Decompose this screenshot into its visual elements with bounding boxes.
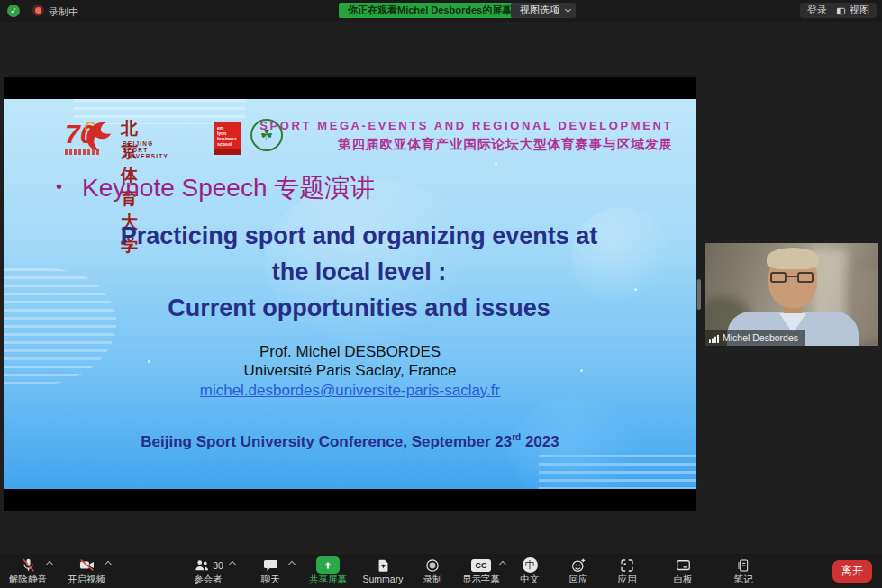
bsu-english-name: BEIJING SPORT UNIVERSITY xyxy=(123,140,168,159)
chat-button[interactable]: 聊天 xyxy=(245,556,296,587)
participants-icon xyxy=(193,557,211,574)
participant-name-tag: Michel Desbordes xyxy=(705,330,805,346)
notes-icon xyxy=(736,557,750,574)
chat-bubble-icon xyxy=(262,557,279,574)
language-button[interactable]: 中 中文 xyxy=(505,556,555,587)
meeting-toolbar: 解除静音 开启视频 30 参会者 xyxy=(0,554,882,588)
participants-options-chevron[interactable] xyxy=(229,561,236,568)
record-icon xyxy=(424,557,441,574)
reaction-smiley-icon xyxy=(570,557,586,574)
whiteboard-icon xyxy=(675,557,692,574)
slide-footer: Beijing Sport University Conference, Sep… xyxy=(4,432,696,451)
camera-off-icon xyxy=(77,556,96,574)
presenter-block: Prof. Michel DESBORDES Université Paris … xyxy=(4,342,696,401)
start-video-button[interactable]: 开启视频 xyxy=(61,556,112,587)
keynote-label: Keynote Speech 专题演讲 xyxy=(82,174,375,202)
recording-indicator-icon xyxy=(32,5,44,16)
whiteboard-button[interactable]: 白板 xyxy=(658,556,708,587)
unmute-button[interactable]: 解除静音 xyxy=(3,556,53,587)
panel-resize-handle[interactable] xyxy=(696,279,701,310)
view-options-label: 视图选项 xyxy=(520,5,559,15)
speaker-video-tile[interactable]: Michel Desbordes xyxy=(705,243,878,346)
security-shield-icon[interactable]: ✓ xyxy=(7,5,20,17)
chinese-language-icon: 中 xyxy=(523,557,538,573)
recording-label: 录制中 xyxy=(49,5,78,19)
presenter-affiliation: Université Paris Saclay, France xyxy=(4,361,696,380)
presenter-email-link[interactable]: michel.desbordes@universite-paris-saclay… xyxy=(4,380,696,401)
cc-icon: CC xyxy=(471,559,491,572)
view-button[interactable]: 视图 xyxy=(832,3,877,18)
notes-button[interactable]: 笔记 xyxy=(718,556,768,587)
participant-count: 30 xyxy=(213,560,223,571)
presenter-name: Prof. Michel DESBORDES xyxy=(4,342,696,361)
apps-button[interactable]: 应用 xyxy=(602,556,652,587)
glasses xyxy=(770,272,787,283)
conference-title-cn: 第四届欧亚体育产业国际论坛大型体育赛事与区域发展 xyxy=(259,136,673,153)
conference-title-en: SPORT MEGA-EVENTS AND REGIONAL DEVELOPME… xyxy=(259,119,673,132)
slide-title: Practicing sport and organizing events a… xyxy=(31,218,687,326)
summary-button[interactable]: Summary xyxy=(358,556,408,587)
keynote-heading: •Keynote Speech 专题演讲 xyxy=(56,171,375,205)
captions-button[interactable]: CC 显示字幕 xyxy=(456,556,506,587)
microphone-muted-icon xyxy=(20,556,37,574)
participant-name: Michel Desbordes xyxy=(723,330,798,346)
view-button-label: 视图 xyxy=(850,5,869,15)
presentation-slide: 70 北京体育大学 BEIJING SPORT UNIVERSITY em ly… xyxy=(4,99,696,489)
login-button[interactable]: 登录 xyxy=(800,3,834,18)
mic-options-chevron[interactable] xyxy=(46,561,53,568)
view-options-dropdown[interactable]: 视图选项 xyxy=(511,3,576,18)
share-screen-button[interactable]: 共享屏幕 xyxy=(303,556,353,587)
bullet-icon: • xyxy=(56,176,62,197)
record-button[interactable]: 录制 xyxy=(407,556,458,587)
participants-button[interactable]: 30 参会者 xyxy=(180,556,236,587)
leave-meeting-button[interactable]: 离开 xyxy=(832,560,872,583)
chat-options-chevron[interactable] xyxy=(288,561,296,568)
conference-title-block: SPORT MEGA-EVENTS AND REGIONAL DEVELOPME… xyxy=(259,119,673,153)
layout-view-icon xyxy=(836,6,846,16)
share-screen-icon xyxy=(316,556,340,574)
video-options-chevron[interactable] xyxy=(105,561,112,568)
apps-icon xyxy=(619,557,635,574)
top-bar: ✓ 录制中 你正在观看Michel Desbordes的屏幕 视图选项 登录 视… xyxy=(0,0,882,22)
shared-screen-area: 70 北京体育大学 BEIJING SPORT UNIVERSITY em ly… xyxy=(4,77,696,511)
watching-banner: 你正在观看Michel Desbordes的屏幕 xyxy=(339,3,521,18)
audio-level-icon xyxy=(709,333,719,343)
summary-doc-icon xyxy=(376,557,391,574)
emlyon-logo: em lyon business school xyxy=(214,122,241,153)
reactions-button[interactable]: 回应 xyxy=(553,556,604,587)
bsu-swirl-logo xyxy=(81,117,115,153)
chevron-down-icon xyxy=(565,6,571,13)
